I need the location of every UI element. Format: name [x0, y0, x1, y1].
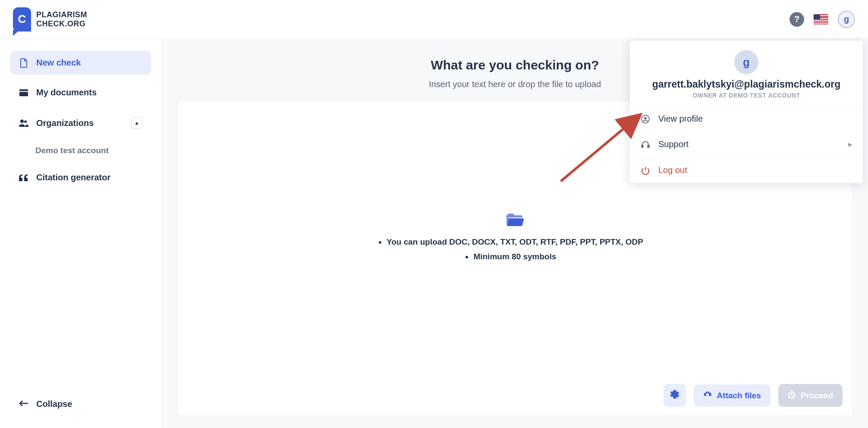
menu-item-label: View profile: [658, 114, 703, 124]
menu-item-label: Support: [658, 139, 689, 149]
stopwatch-icon: [788, 390, 796, 401]
sidebar-item-new-check[interactable]: New check: [10, 51, 151, 75]
gear-icon: [670, 390, 679, 401]
svg-point-7: [644, 117, 647, 120]
svg-point-2: [20, 120, 24, 123]
brand-name: PLAGIARISM CHECK.ORG: [36, 10, 87, 28]
brand-line2: CHECK.ORG: [36, 19, 87, 28]
account-menu: g garrett.baklytskyi@plagiarismcheck.org…: [630, 41, 863, 183]
account-role: OWNER AT DEMO TEST ACCOUNT: [692, 92, 800, 99]
chevron-right-icon: ▶: [848, 141, 852, 148]
menu-item-support[interactable]: Support ▶: [630, 132, 863, 157]
chevron-up-icon[interactable]: ▲: [131, 117, 142, 129]
account-menu-header: g garrett.baklytskyi@plagiarismcheck.org…: [630, 41, 863, 106]
upload-cloud-icon: [703, 390, 712, 400]
avatar-large-initial: g: [743, 56, 750, 69]
attach-label: Attach files: [717, 391, 761, 400]
menu-item-label: Log out: [658, 165, 687, 175]
headset-icon: [640, 140, 651, 149]
hint-format-list: DOC, DOCX, TXT, ODT, RTF, PDF, PPT, PPTX…: [449, 237, 643, 246]
sidebar-item-citation-generator[interactable]: Citation generator: [10, 166, 151, 189]
svg-rect-0: [19, 89, 28, 91]
sidebar-item-organizations[interactable]: Organizations ▲: [10, 110, 151, 135]
sidebar-item-label: Citation generator: [36, 173, 110, 183]
power-icon: [640, 166, 651, 175]
proceed-label: Proceed: [801, 391, 833, 400]
account-avatar-button[interactable]: g: [838, 11, 855, 28]
sidebar-collapse-button[interactable]: Collapse: [10, 392, 151, 416]
arrow-left-icon: [19, 399, 28, 409]
menu-item-view-profile[interactable]: View profile: [630, 106, 863, 132]
svg-rect-8: [642, 145, 643, 148]
sidebar-item-label: My documents: [36, 88, 97, 98]
collapse-label: Collapse: [36, 399, 72, 409]
svg-rect-1: [19, 92, 28, 96]
menu-item-logout[interactable]: Log out: [630, 157, 863, 183]
brand-logo[interactable]: C PLAGIARISM CHECK.ORG: [13, 7, 87, 31]
sidebar-item-my-documents[interactable]: My documents: [10, 81, 151, 104]
svg-rect-4: [790, 390, 793, 391]
hint-prefix: You can upload: [387, 237, 447, 246]
sidebar-subitem-org[interactable]: Demo test account: [10, 142, 151, 160]
sidebar-item-label: Organizations: [36, 118, 94, 128]
app-header: C PLAGIARISM CHECK.ORG ? g: [0, 0, 868, 39]
language-flag-icon[interactable]: [814, 14, 828, 25]
attach-files-button[interactable]: Attach files: [694, 384, 771, 406]
people-icon: [19, 119, 28, 127]
hint-formats: You can upload DOC, DOCX, TXT, ODT, RTF,…: [387, 237, 643, 247]
svg-point-3: [24, 120, 27, 123]
folder-open-icon: [506, 212, 524, 229]
settings-button[interactable]: [664, 384, 686, 407]
hint-minimum: Minimum 80 symbols: [473, 252, 556, 261]
profile-icon: [640, 115, 651, 123]
avatar-initial: g: [844, 14, 849, 24]
card-footer: Attach files Proceed: [178, 375, 852, 415]
sidebar-item-label: New check: [36, 58, 81, 68]
folder-stack-icon: [19, 89, 28, 97]
avatar-large: g: [734, 50, 758, 74]
document-icon: [19, 58, 28, 68]
sidebar: New check My documents Organizations ▲ D…: [0, 39, 162, 428]
account-email: garrett.baklytskyi@plagiarismcheck.org: [652, 79, 841, 90]
proceed-button: Proceed: [778, 384, 843, 407]
svg-rect-9: [648, 145, 649, 148]
help-button[interactable]: ?: [789, 12, 804, 27]
logo-mark-icon: C: [13, 7, 31, 31]
brand-line1: PLAGIARISM: [36, 10, 87, 19]
quote-icon: [19, 174, 28, 181]
upload-hints: You can upload DOC, DOCX, TXT, ODT, RTF,…: [387, 235, 643, 264]
